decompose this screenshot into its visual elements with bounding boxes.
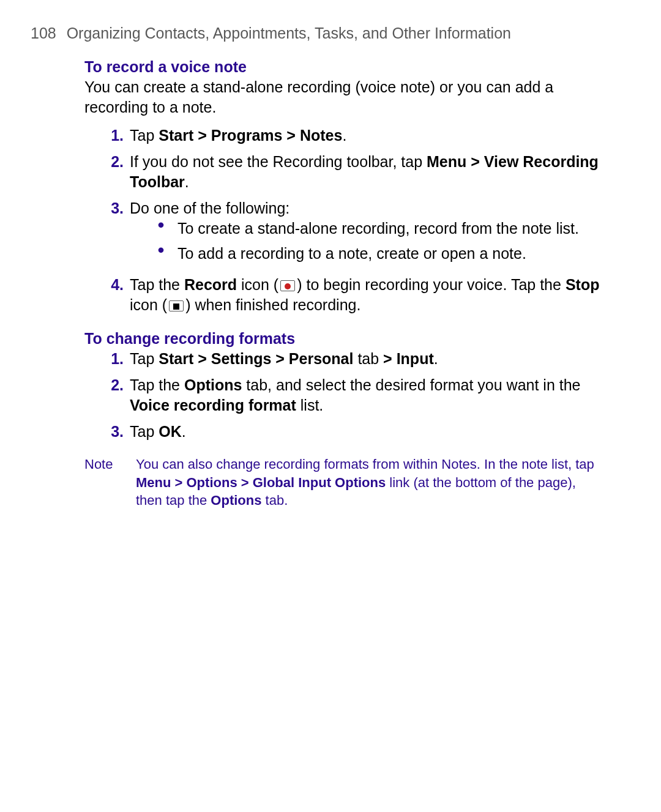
strong-text: > Input bbox=[383, 350, 434, 367]
list-number: 2. bbox=[103, 375, 124, 415]
section-intro: You can create a stand-alone recording (… bbox=[84, 77, 600, 117]
text: Tap the bbox=[130, 276, 184, 293]
list-item: 1. Tap Start > Settings > Personal tab >… bbox=[103, 349, 600, 369]
list-item: 3. Tap OK. bbox=[103, 422, 600, 442]
strong-text: Start > Programs > Notes bbox=[159, 127, 342, 144]
strong-text: Options bbox=[211, 493, 261, 508]
text: tab bbox=[353, 350, 383, 367]
list-text: Tap the Options tab, and select the desi… bbox=[130, 375, 600, 415]
list-item: 1. Tap Start > Programs > Notes. bbox=[103, 125, 600, 146]
text: ) to begin recording your voice. Tap the bbox=[297, 276, 566, 293]
text: . bbox=[182, 423, 186, 440]
text: icon ( bbox=[237, 276, 278, 293]
bullet-item: • To create a stand-alone recording, rec… bbox=[154, 218, 600, 239]
text: Tap the bbox=[130, 376, 184, 393]
text: tab, and select the desired format you w… bbox=[242, 376, 580, 393]
strong-text: Stop bbox=[566, 276, 600, 293]
bullet-text: To add a recording to a note, create or … bbox=[177, 244, 526, 264]
strong-text: Voice recording format bbox=[130, 397, 296, 414]
strong-text: Options bbox=[184, 376, 242, 393]
document-page: 108 Organizing Contacts, Appointments, T… bbox=[0, 0, 661, 534]
text: . bbox=[434, 350, 438, 367]
text: ) when finished recording. bbox=[185, 296, 360, 313]
section-change-recording-formats: To change recording formats 1. Tap Start… bbox=[84, 330, 600, 510]
text: icon ( bbox=[130, 296, 167, 313]
ordered-list: 1. Tap Start > Programs > Notes. 2. If y… bbox=[103, 125, 600, 315]
svg-rect-1 bbox=[173, 304, 179, 310]
bullet-dot-icon: • bbox=[154, 244, 168, 264]
bullet-text: To create a stand-alone recording, recor… bbox=[177, 218, 579, 239]
list-text: Tap Start > Settings > Personal tab > In… bbox=[130, 349, 438, 369]
list-text: Tap Start > Programs > Notes. bbox=[130, 125, 346, 146]
text: You can also change recording formats fr… bbox=[136, 456, 594, 472]
bullet-list: • To create a stand-alone recording, rec… bbox=[154, 218, 600, 264]
list-text: Tap OK. bbox=[130, 422, 186, 442]
bullet-item: • To add a recording to a note, create o… bbox=[154, 244, 600, 264]
text: tab. bbox=[261, 493, 288, 508]
list-number: 2. bbox=[103, 152, 124, 192]
note-block: Note You can also change recording forma… bbox=[84, 455, 600, 510]
list-text: If you do not see the Recording toolbar,… bbox=[130, 152, 600, 192]
strong-text: Start > Settings > Personal bbox=[159, 350, 353, 367]
text: . bbox=[342, 127, 346, 144]
page-header: 108 Organizing Contacts, Appointments, T… bbox=[31, 24, 624, 42]
text: Tap bbox=[130, 423, 159, 440]
list-item: 3. Do one of the following: • To create … bbox=[103, 198, 600, 269]
note-text: You can also change recording formats fr… bbox=[136, 455, 600, 510]
list-text: Do one of the following: • To create a s… bbox=[130, 198, 600, 269]
list-number: 3. bbox=[103, 422, 124, 442]
record-icon bbox=[280, 280, 295, 291]
list-number: 4. bbox=[103, 275, 124, 315]
list-number: 1. bbox=[103, 349, 124, 369]
text: list. bbox=[296, 397, 323, 414]
list-number: 3. bbox=[103, 198, 124, 269]
strong-text: OK bbox=[159, 423, 182, 440]
text: . bbox=[185, 173, 189, 190]
list-item: 4. Tap the Record icon () to begin recor… bbox=[103, 275, 600, 315]
section-title: To change recording formats bbox=[84, 330, 600, 348]
strong-text: Menu > Options > Global Input Options bbox=[136, 475, 386, 490]
list-item: 2. If you do not see the Recording toolb… bbox=[103, 152, 600, 192]
list-text: Tap the Record icon () to begin recordin… bbox=[130, 275, 600, 315]
page-number: 108 bbox=[31, 24, 56, 42]
bullet-dot-icon: • bbox=[154, 218, 168, 239]
note-label: Note bbox=[84, 455, 136, 510]
text: Tap bbox=[130, 127, 159, 144]
text: Tap bbox=[130, 350, 159, 367]
ordered-list: 1. Tap Start > Settings > Personal tab >… bbox=[103, 349, 600, 442]
chapter-title: Organizing Contacts, Appointments, Tasks… bbox=[67, 24, 511, 42]
text: If you do not see the Recording toolbar,… bbox=[130, 153, 427, 170]
strong-text: Record bbox=[184, 276, 237, 293]
list-number: 1. bbox=[103, 125, 124, 146]
text: Do one of the following: bbox=[130, 198, 600, 218]
svg-point-0 bbox=[285, 283, 291, 289]
section-title: To record a voice note bbox=[84, 58, 600, 76]
section-record-voice-note: To record a voice note You can create a … bbox=[84, 58, 600, 315]
stop-icon bbox=[169, 300, 184, 311]
list-item: 2. Tap the Options tab, and select the d… bbox=[103, 375, 600, 415]
